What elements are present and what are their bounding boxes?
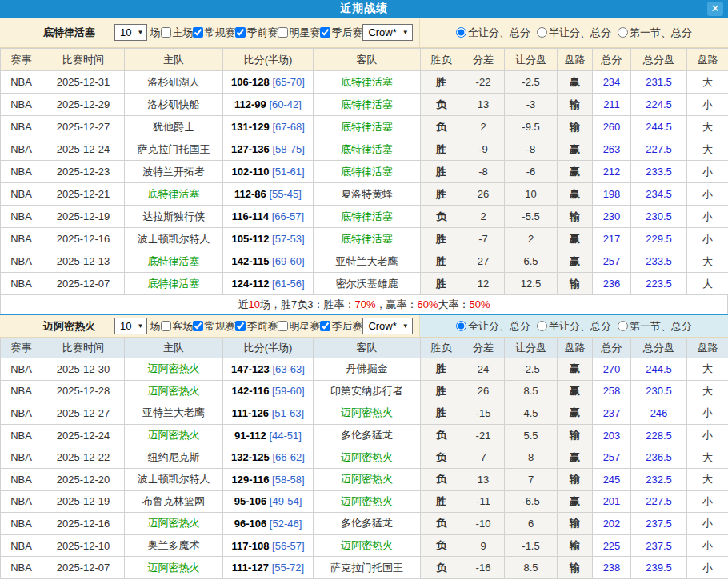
table-row: NBA2025-12-31洛杉矶湖人106-128 [65-70]底特律活塞胜-…	[1, 71, 728, 94]
checkbox-input[interactable]	[278, 321, 288, 331]
filter-checkbox-明星赛[interactable]: 明星赛	[278, 26, 320, 40]
half-score: [58-58]	[272, 474, 304, 486]
margin-cell: -16	[462, 557, 505, 579]
table-row: NBA2025-12-16迈阿密热火96-106 [52-46]多伦多猛龙负-1…	[1, 513, 728, 535]
filter-checkbox-季前赛[interactable]: 季前赛	[235, 26, 278, 40]
total-points-cell: 257	[593, 446, 631, 469]
margin-cell: -11	[462, 490, 505, 513]
bookmaker-select[interactable]: Crow* ▼	[362, 24, 412, 41]
radio-input[interactable]	[537, 321, 547, 331]
period-radio-option[interactable]: 半让分、总分	[537, 26, 611, 40]
radio-input[interactable]	[618, 27, 628, 38]
checkbox-input[interactable]	[235, 27, 246, 38]
date-cell: 2025-12-16	[42, 228, 125, 250]
total-points-cell: 198	[593, 183, 631, 206]
date-cell: 2025-12-10	[42, 534, 125, 557]
score-cell: 111-127 [55-72]	[223, 557, 314, 579]
checkbox-input[interactable]	[193, 321, 203, 331]
team-section: 迈阿密热火 10 ▼ 场 客场常规赛季前赛明星赛季后赛 Crow* ▼ 全让分、…	[0, 314, 728, 579]
home-team-cell: 底特律活塞	[125, 273, 223, 295]
checkbox-input[interactable]	[193, 27, 203, 38]
filter-checkbox-主场[interactable]: 主场	[161, 26, 193, 40]
games-count-select[interactable]: 10 ▼	[114, 318, 147, 334]
column-header: 比赛时间	[42, 338, 125, 358]
handicap-line-cell: 10	[505, 183, 558, 206]
checkbox-label: 季后赛	[331, 26, 362, 40]
column-header: 总分	[593, 49, 631, 71]
table-row: NBA2025-12-30迈阿密热火147-123 [63-63]丹佛掘金胜24…	[1, 358, 728, 381]
checkbox-label: 明星赛	[289, 26, 320, 40]
checkbox-input[interactable]	[320, 27, 330, 38]
checkbox-input[interactable]	[161, 321, 171, 331]
result-cell: 胜	[421, 228, 462, 250]
bookmaker-value: Crow*	[368, 26, 396, 38]
over-under-cell: 大	[687, 380, 728, 402]
total-points-cell: 270	[593, 358, 631, 381]
filter-checkbox-季前赛[interactable]: 季前赛	[235, 319, 278, 334]
handicap-result-cell: 赢	[558, 380, 593, 402]
period-radio-option[interactable]: 全让分、总分	[456, 319, 530, 334]
results-table: 赛事比赛时间主队比分(半场)客队胜负分差让分盘盘路总分总分盘盘路 NBA2025…	[0, 48, 728, 295]
filter-checkbox-季后赛[interactable]: 季后赛	[320, 319, 362, 334]
checkbox-input[interactable]	[278, 27, 288, 38]
home-team-cell: 犹他爵士	[125, 116, 223, 138]
home-team-cell: 波士顿凯尔特人	[125, 228, 223, 250]
total-line-cell: 237.5	[631, 513, 687, 535]
radio-input[interactable]	[456, 27, 466, 38]
handicap-result-cell: 赢	[558, 250, 593, 273]
filter-checkbox-季后赛[interactable]: 季后赛	[320, 26, 362, 40]
score-cell: 116-114 [66-57]	[223, 206, 314, 228]
filter-checkbox-group: 客场常规赛季前赛明星赛季后赛	[161, 319, 362, 334]
home-team-cell: 洛杉矶快船	[125, 94, 223, 116]
total-line-cell: 230.5	[631, 206, 687, 228]
radio-input[interactable]	[618, 321, 628, 331]
table-row: NBA2025-12-29洛杉矶快船112-99 [60-42]底特律活塞负13…	[1, 94, 728, 116]
games-count-select[interactable]: 10 ▼	[114, 24, 147, 41]
table-row: NBA2025-12-27犹他爵士131-129 [67-68]底特律活塞负2-…	[1, 116, 728, 138]
total-points-cell: 217	[593, 228, 631, 250]
half-score: [49-54]	[270, 495, 302, 507]
handicap-line-cell: 5.5	[505, 424, 558, 446]
period-radio-option[interactable]: 全让分、总分	[456, 26, 530, 40]
away-team-cell: 丹佛掘金	[314, 358, 421, 381]
period-radio-option[interactable]: 半让分、总分	[537, 319, 611, 334]
radio-label: 第一节、总分	[630, 319, 692, 334]
home-team-cell: 亚特兰大老鹰	[125, 402, 223, 425]
away-team-cell: 密尔沃基雄鹿	[314, 273, 421, 295]
checkbox-input[interactable]	[235, 321, 246, 331]
league-cell: NBA	[1, 94, 42, 116]
period-radio-group: 全让分、总分半让分、总分第一节、总分	[420, 315, 728, 337]
filter-checkbox-常规赛[interactable]: 常规赛	[193, 319, 235, 334]
home-team-cell: 洛杉矶湖人	[125, 71, 223, 94]
half-score: [61-56]	[272, 278, 304, 290]
games-count-suffix: 场	[150, 319, 160, 334]
column-header: 客队	[314, 49, 421, 71]
total-points-cell: 257	[593, 250, 631, 273]
total-points-cell: 263	[593, 138, 631, 161]
radio-input[interactable]	[537, 27, 547, 38]
score-cell: 111-126 [51-63]	[223, 402, 314, 425]
checkbox-input[interactable]	[320, 321, 330, 331]
window-titlebar: 近期战绩 ✕	[0, 0, 728, 18]
close-button[interactable]: ✕	[707, 2, 723, 16]
bookmaker-select[interactable]: Crow* ▼	[362, 318, 412, 334]
score-value: 116-114	[232, 210, 269, 222]
half-score: [65-70]	[272, 76, 304, 88]
table-row: NBA2025-12-24迈阿密热火91-112 [44-51]多伦多猛龙负-2…	[1, 424, 728, 446]
league-cell: NBA	[1, 490, 42, 513]
filter-checkbox-常规赛[interactable]: 常规赛	[193, 26, 235, 40]
period-radio-option[interactable]: 第一节、总分	[618, 319, 692, 334]
period-radio-option[interactable]: 第一节、总分	[618, 26, 692, 40]
margin-cell: -8	[462, 161, 505, 183]
radio-input[interactable]	[456, 321, 466, 331]
home-team-cell: 达拉斯独行侠	[125, 206, 223, 228]
score-value: 142-116	[231, 385, 269, 397]
filter-checkbox-客场[interactable]: 客场	[161, 319, 193, 334]
total-line-cell: 230.5	[631, 380, 687, 402]
filter-checkbox-明星赛[interactable]: 明星赛	[278, 319, 320, 334]
over-under-cell: 小	[687, 183, 728, 206]
home-team-cell: 迈阿密热火	[125, 424, 223, 446]
radio-label: 全让分、总分	[468, 319, 530, 334]
total-points-cell: 225	[593, 534, 631, 557]
checkbox-input[interactable]	[161, 27, 171, 38]
